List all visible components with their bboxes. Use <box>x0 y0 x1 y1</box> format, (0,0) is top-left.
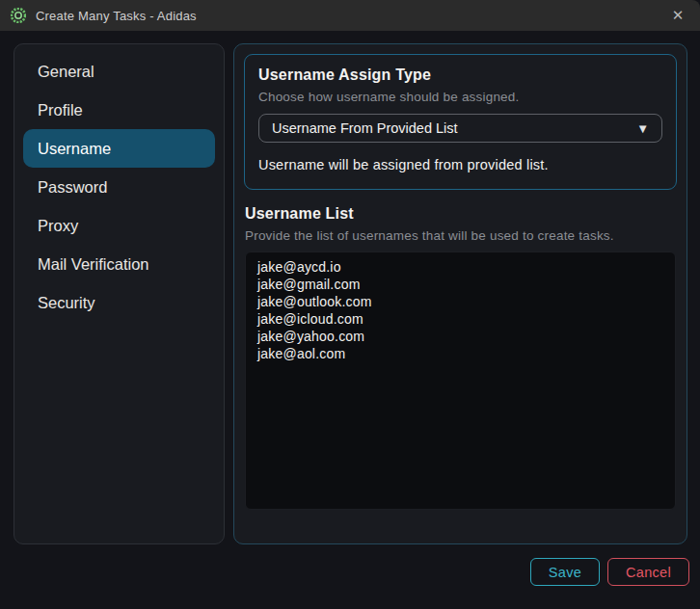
save-button[interactable]: Save <box>530 558 600 586</box>
assign-type-description: Choose how username should be assigned. <box>258 90 662 104</box>
chevron-down-icon: ▼ <box>636 122 649 135</box>
dialog-window: Create Many Tasks - Adidas ✕ General Pro… <box>0 0 700 609</box>
sidebar-item-proxy[interactable]: Proxy <box>23 206 215 245</box>
sidebar-nav: General Profile Username Password Proxy … <box>13 43 225 544</box>
close-icon[interactable]: ✕ <box>656 0 700 31</box>
assign-type-title: Username Assign Type <box>258 66 662 84</box>
sidebar-item-mail-verification[interactable]: Mail Verification <box>23 245 215 283</box>
titlebar: Create Many Tasks - Adidas ✕ <box>0 0 700 31</box>
cancel-button[interactable]: Cancel <box>607 558 689 586</box>
main-panel: Username Assign Type Choose how username… <box>233 43 687 544</box>
sidebar-item-general[interactable]: General <box>23 52 215 91</box>
dropdown-selected-value: Username From Provided List <box>272 120 458 136</box>
app-logo-icon <box>11 8 26 23</box>
sidebar-item-password[interactable]: Password <box>23 168 215 206</box>
username-list-section: Username List Provide the list of userna… <box>244 205 677 534</box>
sidebar-item-security[interactable]: Security <box>23 283 215 322</box>
username-assign-type-dropdown[interactable]: Username From Provided List ▼ <box>258 114 662 143</box>
assign-type-helper-text: Username will be assigned from provided … <box>258 157 662 172</box>
sidebar-item-username[interactable]: Username <box>23 129 215 168</box>
username-list-textarea[interactable]: jake@aycd.io jake@gmail.com jake@outlook… <box>245 252 676 510</box>
username-list-description: Provide the list of usernames that will … <box>245 228 676 243</box>
sidebar-item-profile[interactable]: Profile <box>23 91 215 129</box>
dialog-content: General Profile Username Password Proxy … <box>0 31 700 544</box>
username-assign-type-card: Username Assign Type Choose how username… <box>244 54 677 190</box>
window-title: Create Many Tasks - Adidas <box>36 9 656 23</box>
username-list-title: Username List <box>245 205 676 223</box>
dialog-footer: Save Cancel <box>0 544 700 609</box>
